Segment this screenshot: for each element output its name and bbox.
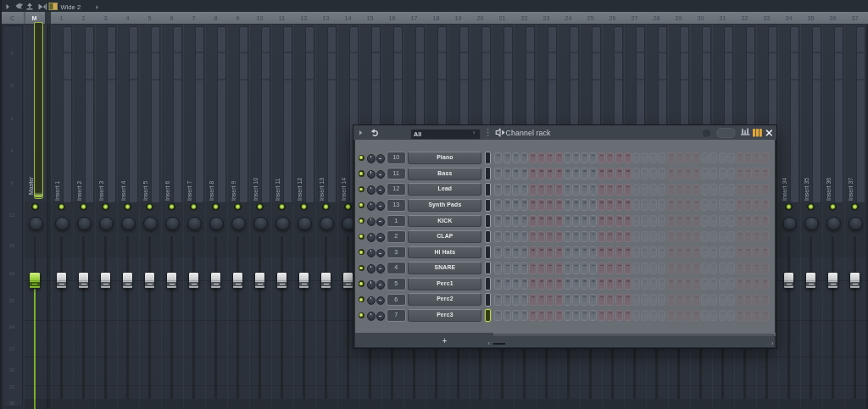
svg-text:Wide 2: Wide 2	[61, 3, 81, 11]
svg-text:Channel rack: Channel rack	[506, 129, 552, 137]
